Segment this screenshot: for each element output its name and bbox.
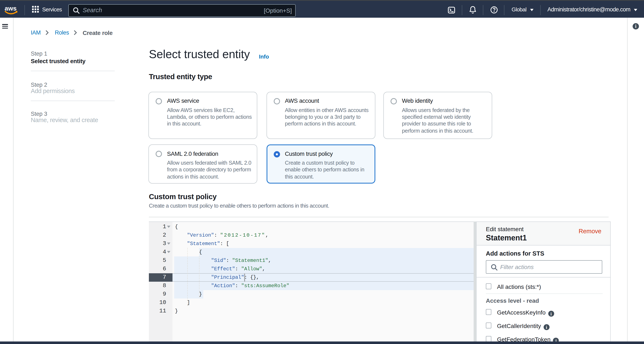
svg-text:aws: aws <box>5 5 17 12</box>
